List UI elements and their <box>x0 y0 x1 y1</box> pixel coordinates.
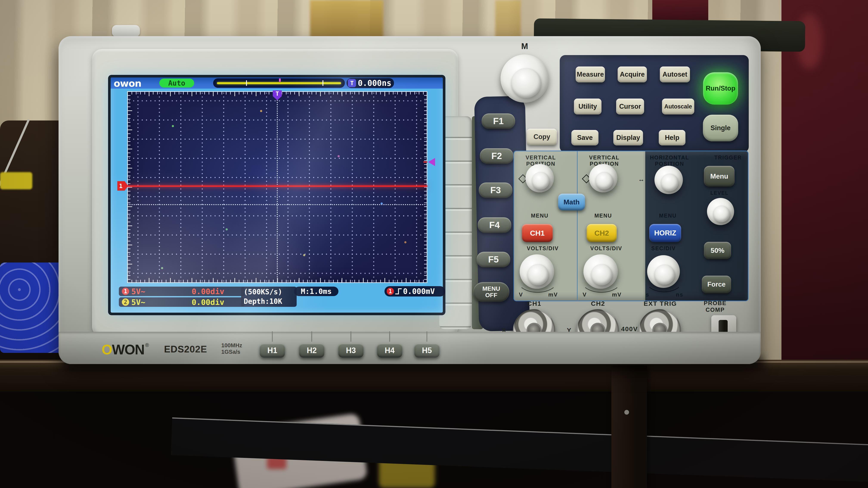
rising-edge-icon <box>395 288 402 294</box>
h4-button[interactable]: H4 <box>377 344 402 358</box>
graticule-center-horizontal <box>127 204 427 205</box>
ch2-badge: 2 <box>122 298 129 306</box>
rating-voltage-label: 400V <box>617 325 642 333</box>
single-button[interactable]: Single <box>703 115 738 141</box>
ch1-badge: 1 <box>122 288 129 295</box>
ch1-position-value: 0.00div <box>192 287 224 296</box>
ch2-vertical-position-knob[interactable] <box>589 164 617 192</box>
trigger-mode-badge: Auto <box>159 78 194 88</box>
trigger-source-badge: 1 <box>386 288 394 295</box>
horizontal-position-knob[interactable] <box>654 166 683 194</box>
h2-button[interactable]: H2 <box>299 344 324 358</box>
pixel-noise <box>127 91 128 92</box>
ch2-scale: 5V~ <box>131 298 145 306</box>
lcd-owon-logo: owon <box>114 78 141 89</box>
graticule-center-vertical <box>277 91 278 283</box>
multifunction-knob[interactable] <box>500 55 549 103</box>
ch1-scale: 5V~ <box>131 287 145 296</box>
sample-rate-value: (500KS/s) <box>244 287 282 297</box>
trigger-level-knob[interactable] <box>707 198 734 225</box>
math-button[interactable]: Math <box>558 194 585 210</box>
fifty-percent-button[interactable]: 50% <box>704 242 731 259</box>
h5-guide-tick <box>427 331 427 342</box>
ch2-readout: 2 5V~ 0.00div <box>119 297 245 307</box>
trigger-position-readout: T 0.000ns <box>347 78 394 88</box>
ch1-menu-label: MENU <box>527 213 553 219</box>
sec-div-arc <box>645 265 684 292</box>
timebase-value: M:1.0ms <box>301 287 332 296</box>
v-label-2: V <box>578 291 591 298</box>
post-screw <box>624 410 629 415</box>
ch2-position-value: 0.00div <box>192 298 224 306</box>
trigger-level-readout: 1 0.000mV <box>384 286 445 296</box>
horizontal-arrow-icon: ↔ <box>637 175 646 183</box>
memory-window-left-tick <box>246 80 247 86</box>
force-button[interactable]: Force <box>702 275 731 293</box>
lcd-top-bar: owon Auto T 0.000ns <box>111 77 443 89</box>
ext-trig-connector-label: EXT TRIG <box>640 300 681 307</box>
mv-label-2: mV <box>609 291 624 298</box>
timebase-readout: M:1.0ms <box>294 287 338 296</box>
trigger-level-dash <box>424 161 427 163</box>
v-label-1: V <box>515 291 527 298</box>
display-button[interactable]: Display <box>613 130 643 145</box>
memory-trigger-tick <box>279 78 281 82</box>
ch1-position-marker: 1 <box>117 181 128 191</box>
autoset-button[interactable]: Autoset <box>660 66 690 83</box>
run-stop-button[interactable]: Run/Stop <box>703 72 738 104</box>
f1-button[interactable]: F1 <box>482 113 515 129</box>
f4-button[interactable]: F4 <box>478 217 511 233</box>
ch2-menu-button[interactable]: CH2 <box>587 224 617 242</box>
menu-off-button[interactable]: MENU OFF <box>473 282 509 302</box>
photo-scene: owon Auto T 0.000ns <box>0 0 868 488</box>
samplerate-spec: 1GSa/s <box>221 349 242 355</box>
h1-guide-tick <box>272 331 273 342</box>
h3-guide-tick <box>350 331 351 342</box>
horiz-menu-button[interactable]: HORIZ <box>649 224 681 242</box>
f2-button[interactable]: F2 <box>480 148 514 164</box>
ch1-menu-button[interactable]: CH1 <box>522 224 553 242</box>
ch1-connector-label: CH1 <box>517 300 552 307</box>
f3-button[interactable]: F3 <box>479 183 513 198</box>
oscilloscope-front-panel: owon Auto T 0.000ns <box>59 36 761 364</box>
lcd-screen: owon Auto T 0.000ns <box>111 77 443 313</box>
s-label: s <box>641 291 654 298</box>
trigger-t-icon: T <box>348 79 356 87</box>
ch1-volts-arc <box>517 265 559 293</box>
h5-button[interactable]: H5 <box>414 344 440 358</box>
h1-button[interactable]: H1 <box>259 344 285 358</box>
blue-fabric <box>0 262 65 353</box>
autoscale-button[interactable]: Autoscale <box>662 99 694 115</box>
h4-guide-tick <box>389 331 390 342</box>
h3-button[interactable]: H3 <box>338 344 364 358</box>
maroon-curtain-right <box>781 0 868 379</box>
ch2-menu-label: MENU <box>590 213 616 219</box>
ch1-readout: 1 5V~ 0.00div <box>119 287 245 296</box>
power-button[interactable] <box>112 25 140 37</box>
volts-div-label-1: VOLTS/DIV <box>527 245 553 252</box>
utility-button[interactable]: Utility <box>574 99 601 115</box>
shelf-post <box>611 366 647 488</box>
acquire-button[interactable]: Acquire <box>618 66 647 83</box>
m-knob-label: M <box>512 42 537 51</box>
volts-div-label-2: VOLTS/DIV <box>590 245 616 252</box>
f5-button[interactable]: F5 <box>476 252 510 267</box>
help-button[interactable]: Help <box>659 130 685 145</box>
ch1-trace <box>127 186 427 187</box>
save-button[interactable]: Save <box>571 130 598 145</box>
memory-bar <box>213 78 345 88</box>
trigger-time-marker: T <box>273 90 282 100</box>
mv-label-1: mV <box>546 291 561 298</box>
brand-block: OWON ® EDS202E 100MHz 1GSa/s <box>102 342 242 358</box>
ch1-vertical-position-knob[interactable] <box>526 164 554 192</box>
cursor-button[interactable]: Cursor <box>616 99 644 115</box>
memory-window-right-tick <box>322 80 323 86</box>
trigger-menu-button[interactable]: Menu <box>704 166 735 187</box>
ch2-volts-arc <box>580 265 622 293</box>
measure-button[interactable]: Measure <box>576 66 605 83</box>
depth-value: Depth:10K <box>244 297 282 306</box>
h2-guide-tick <box>311 331 312 342</box>
ns-label: ns <box>672 291 687 298</box>
copy-button[interactable]: Copy <box>527 129 557 145</box>
sec-div-label: SEC/DIV <box>651 245 676 252</box>
